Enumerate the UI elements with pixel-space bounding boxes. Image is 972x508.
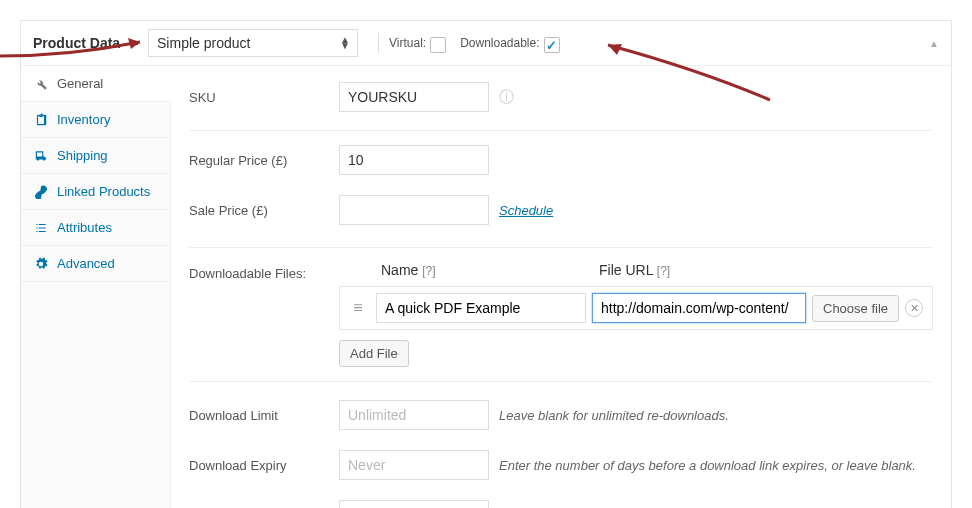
panel-header: Product Data — Simple product ▲▼ Virtual… xyxy=(21,21,951,66)
choose-file-button[interactable]: Choose file xyxy=(812,295,899,322)
separator xyxy=(378,33,379,53)
tab-label: Shipping xyxy=(57,148,108,163)
regular-price-input[interactable] xyxy=(339,145,489,175)
content-area: SKU ⓘ Regular Price (£) Sale Price (£) S… xyxy=(171,66,951,508)
tab-shipping[interactable]: Shipping xyxy=(21,138,170,174)
schedule-link[interactable]: Schedule xyxy=(499,203,553,218)
tab-attributes[interactable]: Attributes xyxy=(21,210,170,246)
drag-handle-icon[interactable]: ≡ xyxy=(346,299,370,317)
tab-label: Attributes xyxy=(57,220,112,235)
file-name-header: Name [?] xyxy=(381,262,599,278)
tab-general[interactable]: General xyxy=(21,66,171,102)
tab-inventory[interactable]: Inventory xyxy=(21,102,170,138)
downloadable-checkbox[interactable] xyxy=(544,37,560,53)
tab-advanced[interactable]: Advanced xyxy=(21,246,170,282)
sku-label: SKU xyxy=(189,90,339,105)
tab-label: Inventory xyxy=(57,112,110,127)
file-url-input[interactable] xyxy=(592,293,806,323)
add-file-button[interactable]: Add File xyxy=(339,340,409,367)
tab-label: Linked Products xyxy=(57,184,150,199)
download-expiry-label: Download Expiry xyxy=(189,458,339,473)
download-limit-input[interactable] xyxy=(339,400,489,430)
sale-price-input[interactable] xyxy=(339,195,489,225)
downloadable-label: Downloadable: xyxy=(460,36,539,50)
help-icon[interactable]: ⓘ xyxy=(499,88,514,107)
truck-icon xyxy=(33,149,49,163)
product-type-select[interactable]: Simple product xyxy=(148,29,358,57)
link-icon xyxy=(33,185,49,199)
gear-icon xyxy=(33,257,49,271)
download-expiry-input[interactable] xyxy=(339,450,489,480)
collapse-icon[interactable]: ▲ xyxy=(929,38,939,49)
download-limit-label: Download Limit xyxy=(189,408,339,423)
file-url-header: File URL [?] xyxy=(599,262,670,278)
sku-input[interactable] xyxy=(339,82,489,112)
download-limit-desc: Leave blank for unlimited re-downloads. xyxy=(499,408,729,423)
sale-price-label: Sale Price (£) xyxy=(189,203,339,218)
panel-title: Product Data — xyxy=(33,35,138,51)
wrench-icon xyxy=(33,77,49,91)
tabs-sidebar: General Inventory Shipping Linked Produc… xyxy=(21,66,171,508)
tab-label: General xyxy=(57,76,103,91)
clipboard-icon xyxy=(33,113,49,127)
file-row: ≡ Choose file ✕ xyxy=(339,286,933,330)
tab-label: Advanced xyxy=(57,256,115,271)
virtual-checkbox[interactable] xyxy=(430,37,446,53)
remove-file-icon[interactable]: ✕ xyxy=(905,299,923,317)
list-icon xyxy=(33,221,49,235)
downloadable-files-label: Downloadable Files: xyxy=(189,262,339,330)
regular-price-label: Regular Price (£) xyxy=(189,153,339,168)
file-name-input[interactable] xyxy=(376,293,586,323)
download-type-select[interactable]: Standard Product xyxy=(339,500,489,508)
virtual-label: Virtual: xyxy=(389,36,426,50)
download-expiry-desc: Enter the number of days before a downlo… xyxy=(499,458,916,473)
tab-linked-products[interactable]: Linked Products xyxy=(21,174,170,210)
